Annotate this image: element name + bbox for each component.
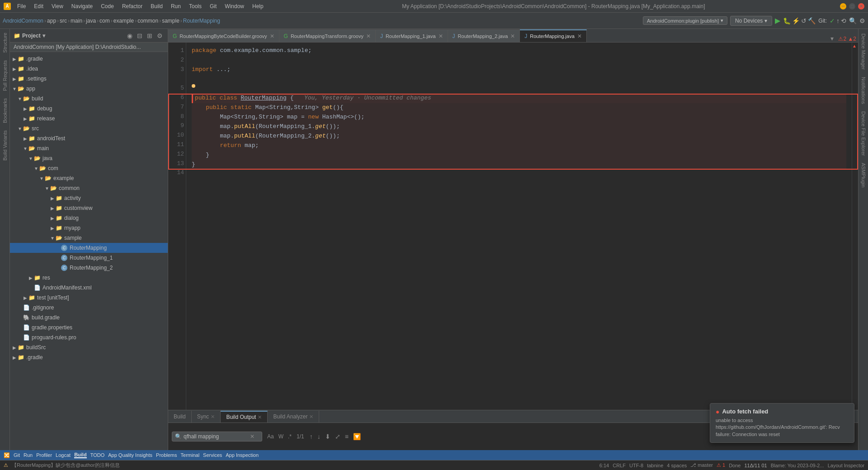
- sidebar-item-gradle-root[interactable]: ▶ 📁 .gradle: [10, 352, 168, 362]
- menu-git[interactable]: Git: [206, 2, 220, 10]
- run-config-selector[interactable]: AndroidCommon:plugin [publish] ▾: [643, 16, 727, 25]
- sidebar-item-buildsrc[interactable]: ▶ 📁 buildSrc: [10, 342, 168, 352]
- menu-code[interactable]: Code: [97, 2, 118, 10]
- sidebar-item-res[interactable]: ▶ 📁 res: [10, 273, 168, 283]
- appinspection-status-item[interactable]: App Inspection: [226, 452, 259, 458]
- settings-button[interactable]: ≡: [343, 432, 350, 441]
- settings-button[interactable]: ⚙: [156, 32, 164, 40]
- device-manager-tab[interactable]: Device Manager: [860, 31, 867, 72]
- close-icon[interactable]: ✕: [309, 414, 313, 420]
- charset-indicator[interactable]: UTF-8: [629, 463, 643, 468]
- sidebar-item-buildgradle[interactable]: 🐘 build.gradle: [10, 313, 168, 323]
- tab-routermappingtransform[interactable]: G RouterMappingTransform.groovy ✕: [279, 29, 376, 42]
- breadcrumb-sample[interactable]: sample: [162, 18, 179, 24]
- locate-file-button[interactable]: ◉: [126, 32, 134, 40]
- sidebar-item-gradle[interactable]: ▶ 📁 .gradle: [10, 54, 168, 64]
- menu-navigate[interactable]: Navigate: [68, 2, 96, 10]
- profile-button[interactable]: ⚡: [792, 17, 800, 24]
- sidebar-item-build[interactable]: ▼ 📂 build: [10, 94, 168, 104]
- git-pull-icon[interactable]: ↑: [836, 17, 840, 24]
- settings-icon[interactable]: ⚙: [859, 17, 865, 24]
- sidebar-item-customview[interactable]: ▶ 📁 customview: [10, 203, 168, 213]
- profiler-status-item[interactable]: Profiler: [36, 452, 52, 458]
- sidebar-item-gitignore[interactable]: 📄 .gitignore: [10, 303, 168, 313]
- sidebar-item-release[interactable]: ▶ 📁 release: [10, 114, 168, 123]
- search-input[interactable]: [184, 433, 247, 440]
- menu-window[interactable]: Window: [221, 2, 248, 10]
- close-button[interactable]: ✕: [858, 3, 864, 9]
- sync-button[interactable]: ↺: [801, 17, 807, 24]
- sidebar-item-androidtest[interactable]: ▶ 📁 androidTest: [10, 133, 168, 143]
- todo-status-item[interactable]: TODO: [90, 452, 105, 458]
- pull-requests-tab[interactable]: Pull Requests: [1, 57, 9, 95]
- search-everywhere-icon[interactable]: 🔍: [849, 17, 857, 24]
- menu-file[interactable]: File: [14, 2, 29, 10]
- layout-inspector-link[interactable]: Layout Inspector: [828, 463, 864, 468]
- sidebar-item-myapp[interactable]: ▶ 📁 myapp: [10, 223, 168, 233]
- sidebar-item-idea[interactable]: ▶ 📁 .idea: [10, 64, 168, 74]
- sidebar-item-sample[interactable]: ▼ 📂 sample: [10, 233, 168, 243]
- breadcrumb-app[interactable]: app: [47, 18, 56, 24]
- sidebar-item-routermapping1[interactable]: C RouterMapping_1: [10, 253, 168, 263]
- tab-overflow-button[interactable]: ▾: [828, 35, 836, 42]
- close-tab-icon[interactable]: ✕: [510, 33, 515, 39]
- tab-build-analyzer[interactable]: Build Analyzer ✕: [268, 411, 319, 423]
- sidebar-item-main[interactable]: ▼ 📂 main: [10, 143, 168, 153]
- menu-edit[interactable]: Edit: [30, 2, 47, 10]
- tab-routermappingbytebuilder[interactable]: G RouterMappingByteCodeBuilder.groovy ✕: [168, 29, 279, 42]
- asmplugin-tab[interactable]: ASMPlugin: [860, 160, 867, 190]
- menu-build[interactable]: Build: [147, 2, 166, 10]
- sidebar-item-routermapping[interactable]: C RouterMapping: [10, 243, 168, 253]
- tab-routermapping1[interactable]: J RouterMapping_1.java ✕: [376, 29, 448, 42]
- tab-routermapping2[interactable]: J RouterMapping_2.java ✕: [448, 29, 520, 42]
- structure-tab[interactable]: Structure: [1, 29, 9, 57]
- debug-button[interactable]: 🐛: [783, 17, 791, 24]
- position-indicator[interactable]: 6:14: [599, 463, 609, 468]
- sidebar-item-manifest[interactable]: 📄 AndroidManifest.xml: [10, 283, 168, 293]
- sidebar-item-activity[interactable]: ▶ 📁 activity: [10, 193, 168, 203]
- sidebar-item-proguard[interactable]: 📄 proguard-rules.pro: [10, 332, 168, 342]
- menu-tools[interactable]: Tools: [185, 2, 205, 10]
- warnings-indicator[interactable]: 11Δ/11 01: [744, 463, 767, 468]
- filter-button[interactable]: ⬇: [323, 432, 332, 441]
- sidebar-item-settings[interactable]: ▶ 📁 .settings: [10, 74, 168, 84]
- sidebar-item-dialog[interactable]: ▶ 📁 dialog: [10, 213, 168, 223]
- clear-search-button[interactable]: ✕: [249, 433, 256, 440]
- notifications-tab[interactable]: Notifications: [860, 74, 867, 107]
- code-editor[interactable]: package com.example.common.sample; impor…: [186, 43, 852, 410]
- menu-run[interactable]: Run: [167, 2, 184, 10]
- sidebar-item-example[interactable]: ▼ 📂 example: [10, 173, 168, 183]
- sidebar-item-com[interactable]: ▼ 📂 com: [10, 163, 168, 173]
- run-status-item[interactable]: Run: [24, 452, 33, 458]
- menu-view[interactable]: View: [48, 2, 67, 10]
- git-history-icon[interactable]: ⟲: [841, 17, 846, 24]
- tabnine-indicator[interactable]: tabnine: [647, 463, 663, 468]
- expand-button[interactable]: ⊞: [146, 32, 154, 40]
- line-ending-indicator[interactable]: CRLF: [613, 463, 626, 468]
- regex-button[interactable]: .*: [287, 433, 293, 440]
- next-match-button[interactable]: ↓: [316, 432, 322, 441]
- tab-build[interactable]: Build: [168, 411, 192, 423]
- terminal-status-item[interactable]: Terminal: [181, 452, 200, 458]
- close-tab-icon[interactable]: ✕: [270, 33, 274, 39]
- appquality-status-item[interactable]: App Quality Insights: [108, 452, 152, 458]
- close-icon[interactable]: ✕: [211, 414, 215, 420]
- close-tab-icon[interactable]: ✕: [577, 33, 582, 39]
- menu-refactor[interactable]: Refactor: [118, 2, 146, 10]
- done-indicator[interactable]: Done: [729, 463, 741, 468]
- tab-routermapping-active[interactable]: J RouterMapping.java ✕: [520, 29, 586, 42]
- collapse-all-button[interactable]: ⊟: [136, 32, 144, 40]
- filter2-button[interactable]: 🔽: [351, 432, 363, 441]
- branch-indicator[interactable]: ⎇ master: [690, 462, 713, 468]
- error-count[interactable]: ⚠ 1: [717, 462, 725, 468]
- prev-match-button[interactable]: ↑: [308, 432, 315, 441]
- maximize-button[interactable]: □: [849, 3, 855, 9]
- breadcrumb-project[interactable]: AndroidCommon: [3, 18, 43, 24]
- breadcrumb-file[interactable]: RouterMapping: [183, 18, 220, 24]
- match-case-button[interactable]: Aa: [266, 433, 275, 440]
- close-tab-icon[interactable]: ✕: [439, 33, 443, 39]
- services-status-item[interactable]: Services: [203, 452, 222, 458]
- sidebar-item-app[interactable]: ▼ 📂 app: [10, 84, 168, 94]
- minimize-button[interactable]: ─: [840, 3, 846, 9]
- sidebar-item-debug[interactable]: ▶ 📁 debug: [10, 104, 168, 114]
